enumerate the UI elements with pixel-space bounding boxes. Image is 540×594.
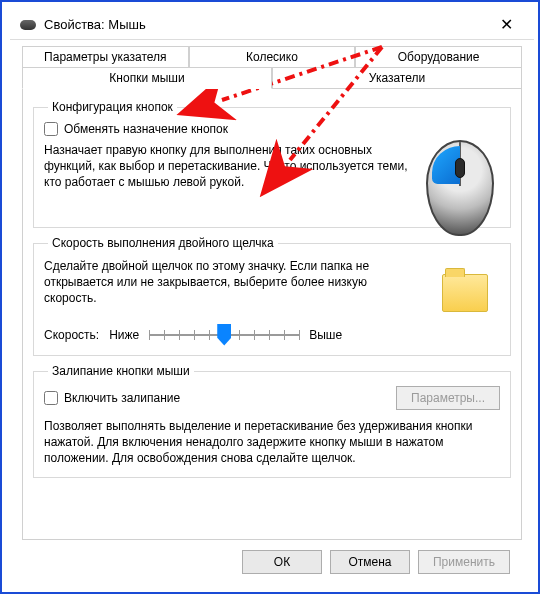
button-label: Отмена [348,555,391,569]
tab-label: Указатели [369,71,425,85]
group-button-config: Конфигурация кнопок Обменять назначение … [33,100,511,228]
tab-label: Кнопки мыши [109,71,184,85]
speed-label: Скорость: [44,328,99,342]
tab-pointers[interactable]: Указатели [272,67,522,89]
group-double-click: Скорость выполнения двойного щелчка Сдел… [33,236,511,356]
swap-buttons-label: Обменять назначение кнопок [64,122,228,136]
swap-buttons-desc: Назначает правую кнопку для выполнения т… [44,142,414,191]
tab-row-1: Параметры указателя Колесико Оборудовани… [22,46,522,68]
group-legend: Залипание кнопки мыши [48,364,194,378]
button-label: Параметры... [411,391,485,405]
mouse-preview-image [426,140,498,240]
tab-label: Оборудование [398,50,480,64]
tab-panel-buttons: Конфигурация кнопок Обменять назначение … [22,88,522,540]
dialog-body: Параметры указателя Колесико Оборудовани… [10,40,534,588]
dblclick-desc: Сделайте двойной щелчок по этому значку.… [44,258,414,307]
clicklock-label: Включить залипание [64,391,180,405]
apply-button: Применить [418,550,510,574]
button-label: ОК [274,555,290,569]
clicklock-desc: Позволяет выполнять выделение и перетаск… [44,418,500,467]
tab-wheel[interactable]: Колесико [189,46,356,68]
slider-thumb[interactable] [217,324,231,346]
speed-slow-label: Ниже [109,328,139,342]
cancel-button[interactable]: Отмена [330,550,410,574]
tab-pointer-options[interactable]: Параметры указателя [22,46,189,68]
clicklock-checkbox[interactable] [44,391,58,405]
mouse-properties-window: Свойства: Мышь ✕ Параметры указателя Кол… [10,10,534,588]
swap-buttons-checkbox-row[interactable]: Обменять назначение кнопок [44,122,414,136]
dblclick-test-folder-icon[interactable] [442,274,488,312]
dblclick-speed-slider[interactable] [149,325,299,345]
dblclick-speed-row: Скорость: Ниже [44,325,414,345]
dialog-button-row: ОК Отмена Применить [22,540,522,574]
tab-label: Параметры указателя [44,50,166,64]
clicklock-settings-button: Параметры... [396,386,500,410]
tab-row-2: Кнопки мыши Указатели [22,68,522,89]
ok-button[interactable]: ОК [242,550,322,574]
swap-buttons-checkbox[interactable] [44,122,58,136]
tab-label: Колесико [246,50,298,64]
tab-buttons[interactable]: Кнопки мыши [22,67,272,89]
titlebar: Свойства: Мышь ✕ [10,10,534,40]
group-click-lock: Залипание кнопки мыши Включить залипание… [33,364,511,478]
mouse-icon [20,20,36,30]
button-label: Применить [433,555,495,569]
tab-hardware[interactable]: Оборудование [355,46,522,68]
close-button[interactable]: ✕ [486,11,526,39]
speed-fast-label: Выше [309,328,342,342]
clicklock-checkbox-row[interactable]: Включить залипание [44,391,180,405]
window-title: Свойства: Мышь [44,17,486,32]
group-legend: Конфигурация кнопок [48,100,177,114]
group-legend: Скорость выполнения двойного щелчка [48,236,278,250]
